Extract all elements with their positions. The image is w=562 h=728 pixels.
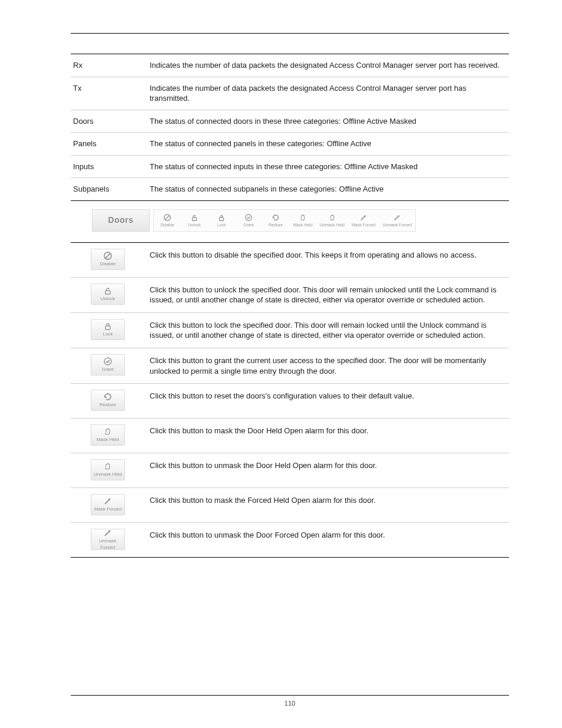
desc-text: Click this button to unmask the Door For… xyxy=(150,531,385,539)
btn-tile-label: Unmask Held xyxy=(94,472,122,478)
toolbar-btn-label: Restore xyxy=(269,222,283,228)
icon-cell: Mask Forced xyxy=(71,488,147,523)
icon-cell: Mask Held xyxy=(71,419,147,453)
table-row: RxIndicates the number of data packets t… xyxy=(71,54,509,77)
unmask-held-button[interactable]: Unmask Held xyxy=(316,210,348,231)
lock-button[interactable]: Lock xyxy=(208,210,235,231)
table-row: Unmask Forced Click this button to unmas… xyxy=(71,523,509,558)
table-row: Restore Click this button to reset the d… xyxy=(71,384,509,419)
disable-button[interactable]: Disable xyxy=(91,249,125,270)
desc-cell: Click this button to unmask the Door Hel… xyxy=(147,453,509,488)
toolbar-btn-label: Unlock xyxy=(188,222,200,228)
table-row: InputsThe status of connected inputs in … xyxy=(71,155,509,178)
desc-text: Click this button to mask the Forced Hel… xyxy=(150,496,376,505)
btn-tile-label: Unlock xyxy=(101,296,115,302)
door-actions-table: Disable Click this button to disable the… xyxy=(71,242,509,558)
term-cell: Panels xyxy=(71,133,147,156)
btn-tile-label: Lock xyxy=(103,331,113,338)
icon-cell: Unmask Forced xyxy=(71,523,147,558)
desc-text: Click this button to mask the Door Held … xyxy=(150,426,368,435)
mask-forced-button[interactable]: Mask Forced xyxy=(91,494,125,515)
header-rule xyxy=(71,33,509,34)
term-cell: Doors xyxy=(71,110,147,133)
table-row: PanelsThe status of connected panels in … xyxy=(71,133,509,156)
desc-cell: Click this button to mask the Forced Hel… xyxy=(147,488,509,523)
toolbar-btn-label: Unmask Forced xyxy=(382,222,411,228)
term-text: Panels xyxy=(73,139,97,148)
unmask-forced-button[interactable]: Unmask Forced xyxy=(91,529,125,550)
desc-cell: The status of connected subpanels in the… xyxy=(147,178,509,201)
restore-button[interactable]: Restore xyxy=(91,390,125,411)
mask-held-button[interactable]: Mask Held xyxy=(91,424,125,446)
doors-title-tile: Doors xyxy=(92,209,150,232)
term-text: Tx xyxy=(73,84,81,93)
disable-button[interactable]: Disable xyxy=(154,210,181,231)
grant-icon xyxy=(244,213,253,222)
term-text: Inputs xyxy=(73,162,94,171)
toolbar-btn-label: Grant xyxy=(243,222,254,228)
table-row: SubpanelsThe status of connected subpane… xyxy=(71,178,509,201)
table-row: Grant Click this button to grant the cur… xyxy=(71,348,509,384)
desc-cell: Click this button to unmask the Door For… xyxy=(147,523,509,558)
unmask-forced-button[interactable]: Unmask Forced xyxy=(379,210,415,231)
term-cell: Inputs xyxy=(71,155,147,178)
table-row: Unmask Held Click this button to unmask … xyxy=(71,453,509,488)
status-definitions-table: RxIndicates the number of data packets t… xyxy=(71,54,509,201)
desc-text: The status of connected subpanels in the… xyxy=(150,185,384,193)
mask-held-button[interactable]: Mask Held xyxy=(289,210,316,231)
footer-rule xyxy=(71,695,509,696)
restore-button[interactable]: Restore xyxy=(262,210,289,231)
desc-text: Indicates the number of data packets the… xyxy=(150,61,500,70)
icon-cell: Grant xyxy=(71,348,147,384)
restore-icon xyxy=(272,213,280,222)
unmask-held-icon xyxy=(328,213,336,222)
mask-forced-button[interactable]: Mask Forced xyxy=(348,210,379,231)
lock-button[interactable]: Lock xyxy=(91,319,125,340)
unlock-button[interactable]: Unlock xyxy=(91,284,125,305)
desc-text: The status of connected doors in these t… xyxy=(150,117,416,126)
table-row: Disable Click this button to disable the… xyxy=(71,242,509,277)
mask-held-icon xyxy=(299,213,307,222)
btn-tile-label: Grant xyxy=(102,367,114,373)
toolbar-btn-label: Mask Held xyxy=(293,222,312,228)
icon-cell: Disable xyxy=(71,242,147,277)
unlock-button[interactable]: Unlock xyxy=(181,210,208,231)
lock-icon xyxy=(103,321,113,331)
toolbar-btn-label: Disable xyxy=(160,222,174,228)
desc-cell: Indicates the number of data packets the… xyxy=(147,77,509,110)
btn-tile-label: Unmask Forced xyxy=(91,538,124,551)
term-cell: Rx xyxy=(71,54,147,77)
desc-cell: Click this button to unlock the specifie… xyxy=(147,277,509,312)
mask-forced-icon xyxy=(359,213,368,222)
term-cell: Subpanels xyxy=(71,178,147,201)
desc-text: Click this button to disable the specifi… xyxy=(150,251,477,259)
toolbar-btn-label: Unmask Held xyxy=(320,222,345,228)
mask-held-icon xyxy=(103,427,113,436)
table-row: Mask Forced Click this button to mask th… xyxy=(71,488,509,523)
desc-text: Click this button to grant the current u… xyxy=(150,356,486,375)
table-row: Lock Click this button to lock the speci… xyxy=(71,312,509,348)
desc-text: Click this button to unlock the specifie… xyxy=(150,285,497,305)
desc-cell: Indicates the number of data packets the… xyxy=(147,54,509,77)
toolbar-btn-label: Mask Forced xyxy=(352,222,375,228)
table-row: DoorsThe status of connected doors in th… xyxy=(71,110,509,133)
desc-cell: The status of connected doors in these t… xyxy=(147,110,509,133)
grant-button[interactable]: Grant xyxy=(91,354,125,375)
term-text: Doors xyxy=(73,117,94,126)
desc-text: Click this button to lock the specified … xyxy=(150,321,487,340)
unlock-icon xyxy=(190,213,199,222)
toolbar-btn-label: Lock xyxy=(217,222,226,228)
desc-cell: Click this button to grant the current u… xyxy=(147,348,509,384)
unmask-held-icon xyxy=(103,462,113,471)
lock-icon xyxy=(217,213,226,222)
desc-cell: Click this button to reset the doors's c… xyxy=(147,384,509,419)
grant-button[interactable]: Grant xyxy=(235,210,262,231)
unmask-held-button[interactable]: Unmask Held xyxy=(91,459,125,480)
desc-cell: Click this button to disable the specifi… xyxy=(147,242,509,277)
term-cell: Tx xyxy=(71,77,147,110)
table-row: Unlock Click this button to unlock the s… xyxy=(71,277,509,312)
desc-cell: The status of connected panels in these … xyxy=(147,133,509,156)
btn-tile-label: Restore xyxy=(100,402,116,409)
grant-icon xyxy=(103,357,113,366)
btn-tile-label: Mask Held xyxy=(97,437,119,443)
